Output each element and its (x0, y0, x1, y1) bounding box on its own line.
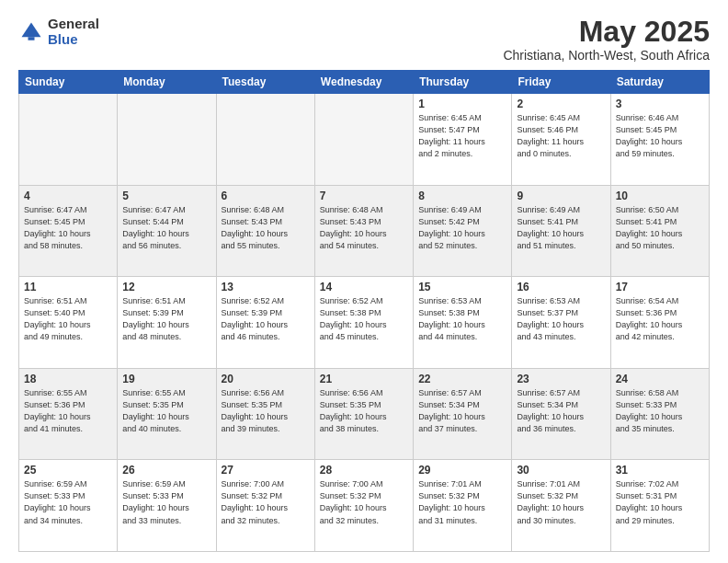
calendar-cell: 12Sunrise: 6:51 AM Sunset: 5:39 PM Dayli… (118, 277, 216, 369)
day-info: Sunrise: 6:55 AM Sunset: 5:35 PM Dayligh… (122, 387, 210, 435)
calendar-row-2: 4Sunrise: 6:47 AM Sunset: 5:45 PM Daylig… (19, 185, 710, 277)
weekday-header-tuesday: Tuesday (216, 71, 314, 94)
day-info: Sunrise: 6:47 AM Sunset: 5:45 PM Dayligh… (24, 204, 112, 252)
day-info: Sunrise: 6:59 AM Sunset: 5:33 PM Dayligh… (24, 478, 112, 526)
day-info: Sunrise: 6:47 AM Sunset: 5:44 PM Dayligh… (122, 204, 210, 252)
day-info: Sunrise: 6:51 AM Sunset: 5:39 PM Dayligh… (122, 295, 210, 343)
calendar-cell: 24Sunrise: 6:58 AM Sunset: 5:33 PM Dayli… (610, 368, 709, 460)
day-number: 27 (222, 464, 310, 477)
calendar-cell: 19Sunrise: 6:55 AM Sunset: 5:35 PM Dayli… (118, 368, 216, 460)
weekday-header-friday: Friday (512, 71, 610, 94)
calendar-cell: 4Sunrise: 6:47 AM Sunset: 5:45 PM Daylig… (19, 185, 118, 277)
calendar-cell: 28Sunrise: 7:00 AM Sunset: 5:32 PM Dayli… (314, 460, 413, 552)
logo: General Blue (18, 17, 99, 47)
day-info: Sunrise: 6:45 AM Sunset: 5:47 PM Dayligh… (418, 112, 506, 160)
day-info: Sunrise: 6:56 AM Sunset: 5:35 PM Dayligh… (320, 387, 408, 435)
calendar-cell (216, 94, 314, 186)
day-info: Sunrise: 6:52 AM Sunset: 5:38 PM Dayligh… (320, 295, 408, 343)
day-info: Sunrise: 6:50 AM Sunset: 5:41 PM Dayligh… (616, 204, 704, 252)
calendar-row-4: 18Sunrise: 6:55 AM Sunset: 5:36 PM Dayli… (19, 368, 710, 460)
day-number: 30 (517, 464, 605, 477)
day-info: Sunrise: 7:02 AM Sunset: 5:31 PM Dayligh… (616, 478, 704, 526)
title-block: May 2025 Christiana, North-West, South A… (503, 17, 710, 63)
day-info: Sunrise: 6:48 AM Sunset: 5:43 PM Dayligh… (222, 204, 310, 252)
calendar-cell: 7Sunrise: 6:48 AM Sunset: 5:43 PM Daylig… (314, 185, 413, 277)
day-number: 31 (616, 464, 704, 477)
day-number: 3 (616, 98, 704, 110)
calendar-cell: 20Sunrise: 6:56 AM Sunset: 5:35 PM Dayli… (216, 368, 314, 460)
day-number: 2 (517, 98, 605, 110)
day-number: 25 (24, 464, 112, 477)
calendar-cell: 21Sunrise: 6:56 AM Sunset: 5:35 PM Dayli… (314, 368, 413, 460)
calendar-cell: 8Sunrise: 6:49 AM Sunset: 5:42 PM Daylig… (414, 185, 512, 277)
day-number: 10 (616, 190, 704, 202)
calendar-row-3: 11Sunrise: 6:51 AM Sunset: 5:40 PM Dayli… (19, 277, 710, 369)
calendar-cell: 25Sunrise: 6:59 AM Sunset: 5:33 PM Dayli… (19, 460, 118, 552)
day-number: 6 (222, 190, 310, 202)
calendar-row-1: 1Sunrise: 6:45 AM Sunset: 5:47 PM Daylig… (19, 94, 710, 186)
weekday-header-saturday: Saturday (610, 71, 709, 94)
day-number: 4 (24, 190, 112, 202)
logo-text: General Blue (48, 17, 99, 47)
weekday-header-thursday: Thursday (414, 71, 512, 94)
calendar-cell (19, 94, 118, 186)
day-number: 12 (122, 281, 210, 293)
day-info: Sunrise: 7:01 AM Sunset: 5:32 PM Dayligh… (418, 478, 506, 526)
day-info: Sunrise: 6:58 AM Sunset: 5:33 PM Dayligh… (616, 387, 704, 435)
day-info: Sunrise: 6:45 AM Sunset: 5:46 PM Dayligh… (517, 112, 605, 160)
day-info: Sunrise: 6:49 AM Sunset: 5:42 PM Dayligh… (418, 204, 506, 252)
calendar-cell: 6Sunrise: 6:48 AM Sunset: 5:43 PM Daylig… (216, 185, 314, 277)
weekday-header-sunday: Sunday (19, 71, 118, 94)
day-number: 21 (320, 373, 408, 385)
day-info: Sunrise: 6:57 AM Sunset: 5:34 PM Dayligh… (418, 387, 506, 435)
logo-icon (18, 19, 44, 45)
day-number: 1 (418, 98, 506, 110)
day-number: 13 (222, 281, 310, 293)
logo-general-text: General (48, 17, 99, 32)
day-info: Sunrise: 6:56 AM Sunset: 5:35 PM Dayligh… (222, 387, 310, 435)
calendar-row-5: 25Sunrise: 6:59 AM Sunset: 5:33 PM Dayli… (19, 460, 710, 552)
calendar-cell: 11Sunrise: 6:51 AM Sunset: 5:40 PM Dayli… (19, 277, 118, 369)
calendar-header-row: SundayMondayTuesdayWednesdayThursdayFrid… (19, 71, 710, 94)
day-number: 9 (517, 190, 605, 202)
day-info: Sunrise: 6:48 AM Sunset: 5:43 PM Dayligh… (320, 204, 408, 252)
day-number: 22 (418, 373, 506, 385)
calendar-cell (118, 94, 216, 186)
calendar-cell: 2Sunrise: 6:45 AM Sunset: 5:46 PM Daylig… (512, 94, 610, 186)
day-number: 5 (122, 190, 210, 202)
svg-marker-0 (22, 22, 41, 37)
calendar-cell: 22Sunrise: 6:57 AM Sunset: 5:34 PM Dayli… (414, 368, 512, 460)
day-number: 18 (24, 373, 112, 385)
day-info: Sunrise: 7:01 AM Sunset: 5:32 PM Dayligh… (517, 478, 605, 526)
page: General Blue May 2025 Christiana, North-… (0, 0, 728, 563)
day-number: 15 (418, 281, 506, 293)
svg-rect-1 (28, 37, 35, 40)
calendar-cell: 18Sunrise: 6:55 AM Sunset: 5:36 PM Dayli… (19, 368, 118, 460)
day-number: 26 (122, 464, 210, 477)
calendar-cell: 3Sunrise: 6:46 AM Sunset: 5:45 PM Daylig… (610, 94, 709, 186)
calendar-cell: 26Sunrise: 6:59 AM Sunset: 5:33 PM Dayli… (118, 460, 216, 552)
day-info: Sunrise: 6:53 AM Sunset: 5:37 PM Dayligh… (517, 295, 605, 343)
day-number: 24 (616, 373, 704, 385)
day-number: 14 (320, 281, 408, 293)
day-number: 23 (517, 373, 605, 385)
header: General Blue May 2025 Christiana, North-… (18, 17, 710, 63)
day-info: Sunrise: 6:49 AM Sunset: 5:41 PM Dayligh… (517, 204, 605, 252)
day-number: 17 (616, 281, 704, 293)
day-info: Sunrise: 6:54 AM Sunset: 5:36 PM Dayligh… (616, 295, 704, 343)
calendar-cell: 27Sunrise: 7:00 AM Sunset: 5:32 PM Dayli… (216, 460, 314, 552)
title-location: Christiana, North-West, South Africa (503, 48, 710, 63)
weekday-header-wednesday: Wednesday (314, 71, 413, 94)
day-number: 28 (320, 464, 408, 477)
day-info: Sunrise: 6:46 AM Sunset: 5:45 PM Dayligh… (616, 112, 704, 160)
day-info: Sunrise: 7:00 AM Sunset: 5:32 PM Dayligh… (320, 478, 408, 526)
day-info: Sunrise: 6:53 AM Sunset: 5:38 PM Dayligh… (418, 295, 506, 343)
day-info: Sunrise: 6:52 AM Sunset: 5:39 PM Dayligh… (222, 295, 310, 343)
calendar-cell: 23Sunrise: 6:57 AM Sunset: 5:34 PM Dayli… (512, 368, 610, 460)
day-number: 29 (418, 464, 506, 477)
calendar-cell: 30Sunrise: 7:01 AM Sunset: 5:32 PM Dayli… (512, 460, 610, 552)
day-info: Sunrise: 6:51 AM Sunset: 5:40 PM Dayligh… (24, 295, 112, 343)
calendar-cell: 15Sunrise: 6:53 AM Sunset: 5:38 PM Dayli… (414, 277, 512, 369)
calendar-cell: 16Sunrise: 6:53 AM Sunset: 5:37 PM Dayli… (512, 277, 610, 369)
day-number: 19 (122, 373, 210, 385)
